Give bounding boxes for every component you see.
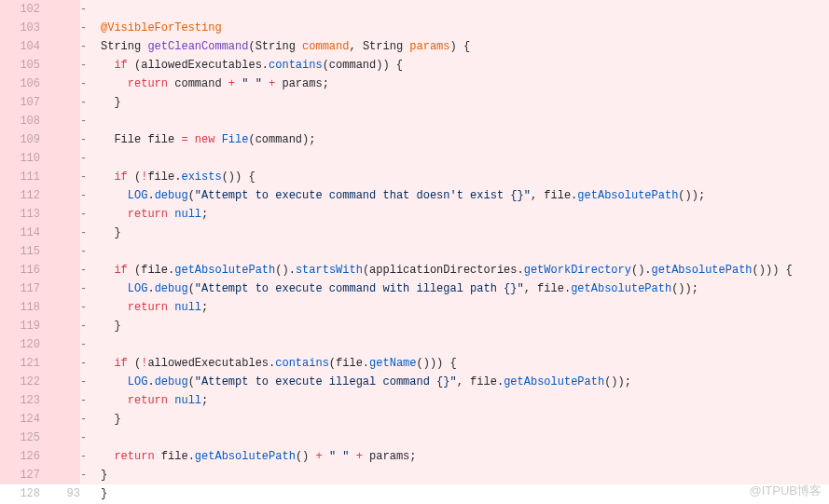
code-cell[interactable]: - if (file.getAbsolutePath().startsWith(… [80, 261, 829, 279]
line-number-old[interactable]: 110 [0, 149, 40, 168]
line-number-old[interactable]: 112 [0, 186, 40, 205]
line-number-old[interactable]: 116 [0, 261, 40, 279]
line-number-old[interactable]: 114 [0, 224, 40, 242]
code-token: getWorkDirectory [524, 264, 631, 277]
line-number-old[interactable]: 124 [0, 410, 40, 429]
line-number-old[interactable]: 105 [0, 56, 40, 75]
line-number-old[interactable]: 123 [0, 391, 40, 410]
code-cell[interactable]: - [80, 242, 829, 261]
line-number-old[interactable]: 115 [0, 242, 40, 261]
code-token: debug [155, 189, 188, 202]
line-number-new[interactable]: 93 [40, 484, 80, 503]
code-cell[interactable]: - String getCleanCommand(String command,… [80, 37, 829, 56]
line-number-new[interactable] [40, 391, 80, 410]
line-number-new[interactable] [40, 261, 80, 279]
code-cell[interactable]: - if (!allowedExecutables.contains(file.… [80, 354, 829, 373]
code-cell[interactable]: - } [80, 93, 829, 112]
line-number-old[interactable]: 107 [0, 93, 40, 112]
code-token: ()); [604, 375, 631, 388]
line-number-old[interactable]: 126 [0, 447, 40, 466]
line-number-old[interactable]: 113 [0, 205, 40, 224]
line-number-new[interactable] [40, 317, 80, 335]
code-token: } [101, 487, 107, 500]
line-number-new[interactable] [40, 242, 80, 261]
code-token: command [168, 77, 228, 90]
line-number-new[interactable] [40, 335, 80, 354]
code-cell[interactable]: - } [80, 224, 829, 242]
line-number-old[interactable]: 111 [0, 168, 40, 186]
diff-row: 119- } [0, 317, 829, 335]
diff-row: 116- if (file.getAbsolutePath().startsWi… [0, 261, 829, 279]
line-number-old[interactable]: 103 [0, 19, 40, 37]
code-cell[interactable]: - LOG.debug("Attempt to execute illegal … [80, 373, 829, 391]
line-number-new[interactable] [40, 186, 80, 205]
line-number-new[interactable] [40, 112, 80, 130]
code-cell[interactable]: - LOG.debug("Attempt to execute command … [80, 186, 829, 205]
line-number-new[interactable] [40, 373, 80, 391]
code-cell[interactable]: } [80, 484, 829, 503]
code-token: , String [349, 40, 409, 53]
code-token: + [315, 450, 322, 463]
code-cell[interactable]: - LOG.debug("Attempt to execute command … [80, 279, 829, 298]
line-number-new[interactable] [40, 354, 80, 373]
code-token: ; [201, 208, 208, 221]
code-cell[interactable]: - } [80, 410, 829, 429]
line-number-old[interactable]: 122 [0, 373, 40, 391]
line-number-new[interactable] [40, 56, 80, 75]
code-cell[interactable]: - File file = new File(command); [80, 130, 829, 149]
code-cell[interactable]: - } [80, 466, 829, 484]
line-number-new[interactable] [40, 447, 80, 466]
line-number-new[interactable] [40, 37, 80, 56]
line-number-old[interactable]: 121 [0, 354, 40, 373]
code-token: ; [201, 301, 208, 314]
line-number-new[interactable] [40, 298, 80, 317]
line-number-old[interactable]: 106 [0, 75, 40, 93]
code-token: ( [188, 189, 195, 202]
code-token: null [174, 301, 201, 314]
code-cell[interactable]: - [80, 429, 829, 447]
line-number-old[interactable]: 127 [0, 466, 40, 484]
code-cell[interactable]: - @VisibleForTesting [80, 19, 829, 37]
line-number-new[interactable] [40, 75, 80, 93]
line-number-old[interactable]: 117 [0, 279, 40, 298]
line-number-new[interactable] [40, 93, 80, 112]
line-number-new[interactable] [40, 279, 80, 298]
line-number-new[interactable] [40, 429, 80, 447]
line-number-new[interactable] [40, 168, 80, 186]
code-cell[interactable]: - [80, 112, 829, 130]
line-number-old[interactable]: 102 [0, 0, 40, 19]
line-number-new[interactable] [40, 130, 80, 149]
diff-row: 104- String getCleanCommand(String comma… [0, 37, 829, 56]
line-number-old[interactable]: 109 [0, 130, 40, 149]
code-cell[interactable]: - if (allowedExecutables.contains(comman… [80, 56, 829, 75]
line-number-new[interactable] [40, 0, 80, 19]
code-cell[interactable]: - if (!file.exists()) { [80, 168, 829, 186]
line-number-old[interactable]: 128 [0, 484, 40, 503]
code-cell[interactable]: - return command + " " + params; [80, 75, 829, 93]
code-token: getAbsolutePath [577, 189, 678, 202]
line-number-new[interactable] [40, 410, 80, 429]
line-number-old[interactable]: 104 [0, 37, 40, 56]
code-cell[interactable]: - } [80, 317, 829, 335]
code-token: getAbsolutePath [652, 264, 753, 277]
line-number-new[interactable] [40, 466, 80, 484]
code-cell[interactable]: - return null; [80, 205, 829, 224]
code-cell[interactable]: - return null; [80, 391, 829, 410]
code-token [350, 450, 356, 463]
code-token: getAbsolutePath [174, 264, 275, 277]
code-cell[interactable]: - [80, 149, 829, 168]
line-number-old[interactable]: 125 [0, 429, 40, 447]
line-number-old[interactable]: 118 [0, 298, 40, 317]
line-number-old[interactable]: 108 [0, 112, 40, 130]
code-cell[interactable]: - return null; [80, 298, 829, 317]
code-cell[interactable]: - return file.getAbsolutePath() + " " + … [80, 447, 829, 466]
line-number-new[interactable] [40, 149, 80, 168]
line-number-new[interactable] [40, 205, 80, 224]
line-number-old[interactable]: 119 [0, 317, 40, 335]
code-token [101, 189, 128, 202]
code-cell[interactable]: - [80, 0, 829, 19]
code-cell[interactable]: - [80, 335, 829, 354]
line-number-new[interactable] [40, 224, 80, 242]
line-number-new[interactable] [40, 19, 80, 37]
line-number-old[interactable]: 120 [0, 335, 40, 354]
